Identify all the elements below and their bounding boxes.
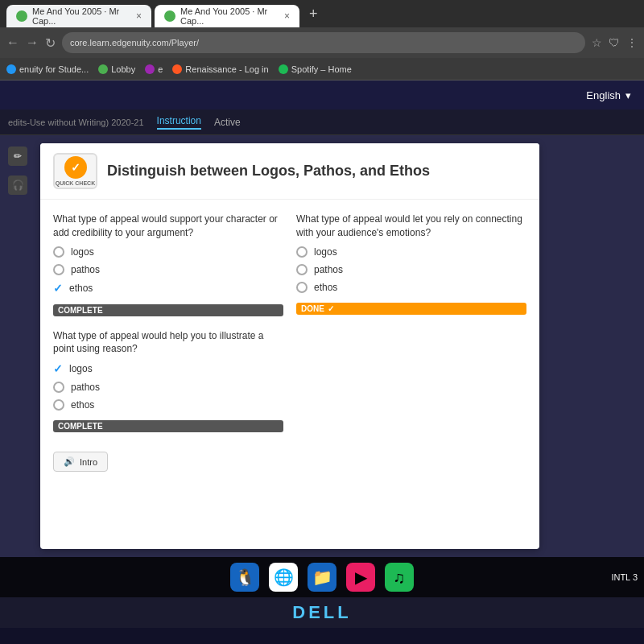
tab-favicon-2 <box>164 10 175 22</box>
tab-close-1[interactable]: × <box>136 10 142 22</box>
radio-q3-ethos[interactable] <box>53 399 64 411</box>
option-q2-logos[interactable]: logos <box>296 246 526 258</box>
tab-label-2: Me And You 2005 · Mr Cap... <box>180 6 279 26</box>
taskbar: 🐧 🌐 📁 ▶ ♫ INTL 3 <box>0 557 644 597</box>
quiz-body: What type of appeal would support your c… <box>40 200 539 445</box>
language-label: English <box>586 89 621 101</box>
star-icon[interactable]: ☆ <box>592 36 602 49</box>
tab-favicon-1 <box>16 10 27 22</box>
bookmark-renaissance[interactable]: Renaissance - Log in <box>172 64 268 74</box>
taskbar-icon-play[interactable]: ▶ <box>346 563 375 592</box>
address-bar-row: ← → ↻ core.learn.edgenuity.com/Player/ ☆… <box>0 27 644 58</box>
question-block-3: What type of appeal would help you to il… <box>53 329 283 433</box>
question-text-1: What type of appeal would support your c… <box>53 213 283 240</box>
bookmark-3[interactable]: e <box>145 64 163 74</box>
question-text-3: What type of appeal would help you to il… <box>53 329 283 357</box>
question-block-1: What type of appeal would support your c… <box>53 213 283 316</box>
option-q1-logos[interactable]: logos <box>53 246 283 258</box>
breadcrumb: edits-Use without Writing) 2020-21 <box>8 118 144 127</box>
status-badge-q1: COMPLETE <box>53 304 283 316</box>
dell-logo-area: DELL <box>0 597 644 628</box>
new-tab-button[interactable]: + <box>303 6 324 23</box>
shield-icon: 🛡 <box>609 36 620 49</box>
left-sidebar: ✏ 🎧 <box>8 143 32 549</box>
bookmarks-bar: enuity for Stude... Lobby e Renaissance … <box>0 58 644 80</box>
bookmark-lobby[interactable]: Lobby <box>98 64 135 74</box>
headphones-icon[interactable]: 🎧 <box>8 175 27 195</box>
quick-check-text: QUICK CHECK <box>56 180 95 186</box>
radio-q1-logos[interactable] <box>53 246 64 258</box>
bookmark-label-spotify: Spotify – Home <box>291 64 352 74</box>
bookmark-icon-1 <box>6 64 16 74</box>
radio-q2-pathos[interactable] <box>296 264 308 275</box>
taskbar-icon-spotify[interactable]: ♫ <box>385 563 414 592</box>
radio-q1-pathos[interactable] <box>53 264 64 275</box>
bookmark-label-3: e <box>158 64 163 74</box>
radio-q2-ethos[interactable] <box>296 282 308 293</box>
done-label: DONE <box>301 304 324 313</box>
edgenuity-header: edits-Use without Writing) 2020-21 Instr… <box>0 109 644 135</box>
content-area: ✏ 🎧 ✓ QUICK CHECK Distinguish between Lo… <box>0 135 644 557</box>
menu-icon[interactable]: ⋮ <box>626 36 638 49</box>
radio-q2-logos[interactable] <box>296 246 308 258</box>
option-q3-logos[interactable]: ✓ logos <box>53 362 283 375</box>
option-label-q2-pathos: pathos <box>314 264 343 275</box>
tab-close-2[interactable]: × <box>284 10 290 22</box>
reload-button[interactable]: ↻ <box>45 35 56 51</box>
bookmark-label-1: enuity for Stude... <box>19 64 89 74</box>
taskbar-right: INTL 3 <box>611 572 638 582</box>
radio-q3-pathos[interactable] <box>53 382 64 393</box>
tab-instruction[interactable]: Instruction <box>157 115 201 130</box>
quiz-header: ✓ QUICK CHECK Distinguish between Logos,… <box>40 143 539 200</box>
back-button[interactable]: ← <box>6 35 19 50</box>
address-bar[interactable]: core.learn.edgenuity.com/Player/ <box>62 32 585 53</box>
quick-check-badge: ✓ QUICK CHECK <box>53 153 97 189</box>
language-selector[interactable]: English ▾ <box>586 89 631 101</box>
bookmark-icon-3 <box>145 64 155 74</box>
option-label-q2-ethos: ethos <box>314 282 337 293</box>
question-text-2: What type of appeal would let you rely o… <box>296 213 526 240</box>
option-label-q3-logos: logos <box>69 363 93 374</box>
option-label-q2-logos: logos <box>314 246 337 258</box>
tab-active[interactable]: Me And You 2005 · Mr Cap... × <box>155 5 299 27</box>
quiz-title: Distinguish between Logos, Pathos, and E… <box>107 163 430 180</box>
browser-frame: Me And You 2005 · Mr Cap... × Me And You… <box>0 0 644 644</box>
quick-check-icon: ✓ <box>64 156 87 179</box>
forward-button[interactable]: → <box>26 35 39 50</box>
intro-label: Intro <box>80 457 97 467</box>
tab-active[interactable]: Active <box>214 117 241 128</box>
bookmark-icon-renaissance <box>172 64 182 74</box>
language-bar: English ▾ <box>0 80 644 109</box>
quiz-footer: 🔊 Intro <box>40 445 539 481</box>
dell-logo-text: DELL <box>292 602 351 622</box>
status-badge-q3: COMPLETE <box>53 420 283 432</box>
bookmark-label-lobby: Lobby <box>111 64 135 74</box>
option-q3-ethos[interactable]: ethos <box>53 399 283 411</box>
option-q1-ethos[interactable]: ✓ ethos <box>53 282 283 295</box>
taskbar-icon-files[interactable]: 📁 <box>308 563 336 592</box>
status-badge-q2: DONE ✓ <box>296 303 526 315</box>
option-q2-ethos[interactable]: ethos <box>296 282 526 293</box>
bookmark-icon-spotify <box>279 64 288 74</box>
taskbar-icon-chrome[interactable]: 🌐 <box>269 563 298 592</box>
option-label-q3-ethos: ethos <box>71 399 94 411</box>
main-content-area: ✏ 🎧 ✓ QUICK CHECK Distinguish between Lo… <box>0 135 644 557</box>
option-q1-pathos[interactable]: pathos <box>53 264 283 275</box>
bookmark-1[interactable]: enuity for Stude... <box>6 64 89 74</box>
speaker-icon: 🔊 <box>64 456 75 467</box>
intro-button[interactable]: 🔊 Intro <box>53 452 108 472</box>
bookmark-spotify[interactable]: Spotify – Home <box>279 64 352 74</box>
taskbar-icon-penguin[interactable]: 🐧 <box>230 563 259 592</box>
bookmark-icon-lobby <box>98 64 108 74</box>
checkmark-q3-logos: ✓ <box>53 362 63 375</box>
bookmark-label-renaissance: Renaissance - Log in <box>185 64 268 74</box>
bottom-dark-section <box>0 628 644 644</box>
pencil-icon[interactable]: ✏ <box>8 147 27 166</box>
option-label-q1-logos: logos <box>71 246 94 258</box>
option-q3-pathos[interactable]: pathos <box>53 382 283 393</box>
intl-label: INTL 3 <box>611 572 638 582</box>
option-q2-pathos[interactable]: pathos <box>296 264 526 275</box>
address-text: core.learn.edgenuity.com/Player/ <box>70 38 199 47</box>
option-label-q1-pathos: pathos <box>71 264 100 275</box>
tab-inactive[interactable]: Me And You 2005 · Mr Cap... × <box>6 5 151 27</box>
